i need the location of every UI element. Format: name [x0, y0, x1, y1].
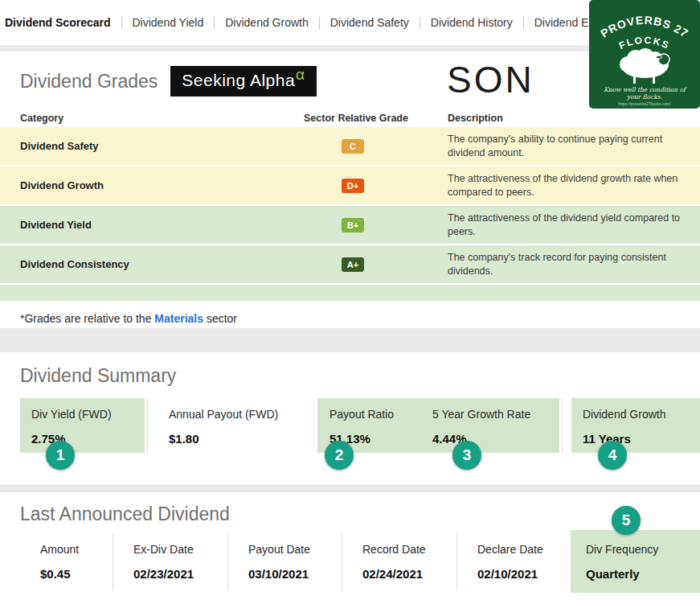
stat-value: 02/23/2021	[133, 567, 227, 581]
col-header-category: Category	[0, 113, 304, 124]
row-category: Dividend Consistency	[0, 258, 304, 270]
stat-div-frequency: Div Frequency Quarterly	[571, 530, 700, 593]
stat-value: $1.80	[169, 432, 306, 446]
grade-badge: A+	[342, 257, 364, 272]
stat-payout-date: Payout Date 03/10/2021	[227, 533, 342, 591]
row-description: The attractiveness of the dividend yield…	[448, 212, 700, 239]
stat-record-date: Record Date 02/24/2021	[342, 533, 456, 591]
last-announced-dividend-card: Last Announced Dividend 5 Amount $0.45 E…	[0, 492, 700, 600]
seeking-alpha-logo-text: Seeking Alpha	[182, 71, 295, 89]
stat-dividend-growth: Dividend Growth 11 Years	[562, 398, 700, 453]
row-category: Dividend Safety	[0, 140, 304, 152]
watermark-tagline-2: your flocks.	[626, 93, 662, 101]
last-dividend-row: Amount $0.45 Ex-Div Date 02/23/2021 Payo…	[20, 533, 700, 591]
row-description: The company's track record for paying co…	[448, 251, 700, 278]
grade-badge: C	[342, 139, 364, 154]
last-dividend-title: Last Announced Dividend	[20, 503, 700, 525]
tab-divider	[523, 17, 524, 29]
footnote-text: sector	[203, 312, 237, 325]
stat-label: Declare Date	[477, 543, 571, 556]
sheep-icon	[620, 48, 669, 84]
annotation-badge-5: 5	[612, 506, 641, 535]
stat-value: 02/24/2021	[362, 567, 456, 581]
row-description: The attractiveness of the dividend growt…	[448, 172, 700, 199]
stat-ex-div-date: Ex-Div Date 02/23/2021	[113, 533, 227, 591]
grade-badge: B+	[342, 218, 364, 232]
grades-title: Dividend Grades	[20, 71, 158, 92]
stat-value: 02/10/2021	[477, 567, 571, 581]
tab-divider	[214, 17, 215, 29]
tab-divider	[121, 17, 122, 29]
watermark-tagline-1: Know well the condition of	[604, 86, 687, 93]
stat-div-yield: Div Yield (FWD) 2.75%	[20, 398, 147, 453]
alpha-symbol: α	[296, 66, 305, 83]
stat-value: 11 Years	[583, 432, 689, 446]
stat-5yr-growth-rate: 5 Year Growth Rate 4.44%	[420, 398, 562, 453]
stat-label: Div Yield (FWD)	[31, 408, 133, 421]
col-header-sector-relative-grade: Sector Relative Grade	[304, 113, 448, 124]
tab-dividend-safety[interactable]: Dividend Safety	[330, 16, 409, 29]
grades-footnote: *Grades are relative to the Materials se…	[20, 312, 700, 325]
stat-declare-date: Declare Date 02/10/2021	[456, 533, 571, 591]
stat-label: Payout Date	[248, 543, 342, 556]
highlight-spacer	[0, 285, 700, 301]
grades-table-header: Category Sector Relative Grade Descripti…	[0, 109, 700, 127]
table-row: Dividend Safety C The company's ability …	[0, 127, 700, 166]
stat-label: Record Date	[362, 543, 456, 556]
annotation-badge-4: 4	[598, 441, 627, 470]
page: Dividend Scorecard Dividend Yield Divide…	[0, 0, 700, 600]
annotation-badge-2: 2	[325, 441, 354, 470]
summary-title: Dividend Summary	[20, 365, 700, 387]
annotation-badge-1: 1	[46, 441, 75, 470]
stat-label: Dividend Growth	[583, 408, 689, 421]
row-category: Dividend Yield	[0, 219, 304, 231]
watermark-line1: PROVERBS 27	[598, 14, 690, 40]
grade-badge: D+	[342, 179, 364, 193]
stat-value: 4.44%	[432, 432, 548, 446]
proverbs27flocks-watermark: PROVERBS 27 FLOCKS Know well the conditi…	[589, 0, 700, 109]
stat-label: Annual Payout (FWD)	[169, 408, 306, 421]
tab-dividend-scorecard[interactable]: Dividend Scorecard	[5, 16, 111, 29]
watermark-url: https://proverbs27flocks.com/	[618, 101, 671, 106]
tab-dividend-growth[interactable]: Dividend Growth	[225, 16, 309, 29]
ticker-symbol: SON	[447, 58, 534, 101]
stat-label: Payout Ratio	[330, 408, 409, 421]
stat-annual-payout: Annual Payout (FWD) $1.80	[147, 398, 317, 453]
table-row: Dividend Yield B+ The attractiveness of …	[0, 206, 700, 245]
table-row: Dividend Growth D+ The attractiveness of…	[0, 166, 700, 206]
tab-divider	[319, 17, 320, 29]
tab-dividend-history[interactable]: Dividend History	[431, 16, 513, 29]
stat-label: Amount	[40, 543, 113, 556]
annotation-badge-3: 3	[452, 441, 481, 470]
col-header-description: Description	[448, 113, 700, 124]
dividend-summary-card: Dividend Summary Div Yield (FWD) 2.75% A…	[0, 352, 700, 484]
stat-label: Ex-Div Date	[133, 543, 227, 556]
stat-amount: Amount $0.45	[20, 533, 113, 591]
tab-dividend-yield[interactable]: Dividend Yield	[133, 16, 204, 29]
stat-value: $0.45	[40, 567, 113, 581]
summary-stats-row: Div Yield (FWD) 2.75% Annual Payout (FWD…	[0, 398, 700, 453]
stat-value: 2.75%	[31, 432, 133, 446]
table-row: Dividend Consistency A+ The company's tr…	[0, 245, 700, 285]
row-description: The company's ability to continue paying…	[448, 133, 700, 160]
row-category: Dividend Growth	[0, 179, 304, 191]
footnote-text: *Grades are relative to the	[20, 312, 154, 325]
stat-label: Div Frequency	[586, 543, 700, 556]
stat-value: Quarterly	[586, 567, 700, 581]
tab-divider	[420, 17, 420, 29]
materials-link[interactable]: Materials	[154, 312, 203, 325]
seeking-alpha-logo: Seeking Alphaα	[170, 66, 316, 97]
stat-value: 03/10/2021	[248, 567, 342, 581]
stat-label: 5 Year Growth Rate	[432, 408, 548, 421]
tab-dividend-estimates[interactable]: Dividend Es	[534, 16, 595, 29]
section-gap	[0, 328, 700, 352]
svg-text:PROVERBS 27: PROVERBS 27	[598, 14, 690, 40]
section-gap	[0, 484, 700, 492]
